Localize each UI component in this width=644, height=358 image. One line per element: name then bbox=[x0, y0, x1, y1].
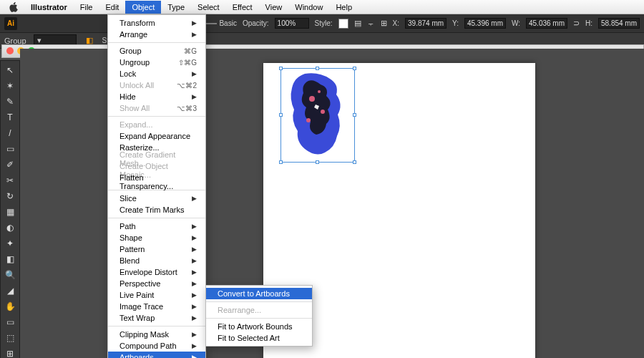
menu-item-transform[interactable]: Transform▶ bbox=[108, 17, 205, 29]
menu-item-group[interactable]: Group⌘G bbox=[108, 45, 205, 57]
tool-9[interactable]: ▦ bbox=[1, 204, 19, 220]
menubar-file[interactable]: File bbox=[74, 1, 99, 14]
toolbox: ↖✶✎T/▭✐✂↻▦◐✦◧🔍◢✋▭⬚⊞◫⬛⬜ bbox=[0, 60, 20, 358]
menu-item-clipping-mask[interactable]: Clipping Mask▶ bbox=[108, 329, 205, 340]
submenu-arrow-icon: ▶ bbox=[192, 70, 197, 77]
tool-6[interactable]: ✐ bbox=[1, 157, 19, 173]
x-input[interactable] bbox=[405, 18, 447, 29]
resize-handle-t[interactable] bbox=[316, 67, 319, 70]
tool-7[interactable]: ✂ bbox=[1, 173, 19, 188]
menu-item-path[interactable]: Path▶ bbox=[108, 221, 205, 232]
menubar-effect[interactable]: Effect bbox=[226, 1, 259, 14]
object-menu-dropdown: Transform▶Arrange▶Group⌘GUngroup⇧⌘GLock▶… bbox=[107, 14, 206, 358]
tool-12[interactable]: ◧ bbox=[1, 251, 19, 267]
menu-item-envelope-distort[interactable]: Envelope Distort▶ bbox=[108, 266, 205, 278]
tool-0[interactable]: ↖ bbox=[1, 62, 19, 78]
menu-item-text-wrap[interactable]: Text Wrap▶ bbox=[108, 312, 205, 324]
menu-item-flatten-transparency-[interactable]: Flatten Transparency... bbox=[108, 176, 205, 188]
apple-icon[interactable] bbox=[9, 2, 19, 12]
submenu-arrow-icon: ▶ bbox=[192, 280, 197, 287]
y-input[interactable] bbox=[464, 18, 506, 29]
submenu-arrow-icon: ▶ bbox=[192, 331, 197, 338]
submenu-arrow-icon: ▶ bbox=[192, 342, 197, 349]
transform-icon[interactable]: ⊞ bbox=[381, 19, 387, 28]
menu-item-show-all: Show All⌥⌘3 bbox=[108, 102, 205, 114]
menu-item-artboards[interactable]: Artboards▶ bbox=[108, 352, 205, 358]
resize-handle-b[interactable] bbox=[316, 160, 319, 164]
submenu-arrow-icon: ▶ bbox=[192, 195, 197, 202]
tool-10[interactable]: ◐ bbox=[1, 220, 19, 236]
menubar-view[interactable]: View bbox=[259, 1, 289, 14]
menubar-edit[interactable]: Edit bbox=[99, 1, 125, 14]
tool-13[interactable]: 🔍 bbox=[1, 267, 19, 283]
tool-5[interactable]: ▭ bbox=[1, 141, 19, 157]
resize-handle-l[interactable] bbox=[279, 113, 283, 117]
menu-item-hide[interactable]: Hide▶ bbox=[108, 91, 205, 102]
menu-item-blend[interactable]: Blend▶ bbox=[108, 255, 205, 266]
menubar-type[interactable]: Type bbox=[161, 1, 191, 14]
menu-item-lock[interactable]: Lock▶ bbox=[108, 68, 205, 79]
tool-11[interactable]: ✦ bbox=[1, 236, 19, 251]
menu-item-expand-appearance[interactable]: Expand Appearance bbox=[108, 130, 205, 142]
submenu-arrow-icon: ▶ bbox=[192, 234, 197, 241]
submenu-item-fit-to-artwork-bounds[interactable]: Fit to Artwork Bounds bbox=[206, 321, 312, 332]
tool-16[interactable]: ▭ bbox=[1, 314, 19, 330]
menubar-object[interactable]: Object bbox=[125, 1, 161, 14]
menu-item-live-paint[interactable]: Live Paint▶ bbox=[108, 289, 205, 301]
style-swatch[interactable] bbox=[338, 19, 348, 29]
tool-4[interactable]: / bbox=[1, 125, 19, 141]
tool-1[interactable]: ✶ bbox=[1, 78, 19, 94]
align-icon[interactable]: ⫟ bbox=[367, 19, 375, 28]
submenu-arrow-icon: ▶ bbox=[192, 314, 197, 321]
link-icon[interactable]: ⊃ bbox=[573, 19, 580, 28]
menu-item-compound-path[interactable]: Compound Path▶ bbox=[108, 340, 205, 352]
tool-17[interactable]: ⬚ bbox=[1, 330, 19, 346]
menu-item-image-trace[interactable]: Image Trace▶ bbox=[108, 301, 205, 312]
menu-item-slice[interactable]: Slice▶ bbox=[108, 193, 205, 204]
tool-15[interactable]: ✋ bbox=[1, 299, 19, 314]
artboards-submenu: Convert to ArtboardsRearrange...Fit to A… bbox=[205, 285, 313, 347]
tool-18[interactable]: ⊞ bbox=[1, 346, 19, 358]
submenu-arrow-icon: ▶ bbox=[192, 19, 197, 26]
close-icon[interactable] bbox=[6, 47, 14, 54]
resize-handle-br[interactable] bbox=[353, 160, 356, 164]
menubar-help[interactable]: Help bbox=[329, 1, 358, 14]
menu-item-expand-: Expand... bbox=[108, 119, 205, 130]
w-label: W: bbox=[512, 19, 520, 27]
submenu-arrow-icon: ▶ bbox=[192, 354, 197, 358]
submenu-arrow-icon: ▶ bbox=[192, 93, 197, 100]
h-input[interactable] bbox=[598, 18, 640, 29]
opacity-input[interactable] bbox=[275, 18, 309, 29]
document-setup-icon[interactable]: ▤ bbox=[354, 19, 361, 28]
x-label: X: bbox=[393, 19, 399, 27]
opacity-label: Opacity: bbox=[243, 19, 269, 27]
resize-handle-r[interactable] bbox=[353, 113, 356, 117]
tool-2[interactable]: ✎ bbox=[1, 94, 19, 110]
submenu-arrow-icon: ▶ bbox=[192, 223, 197, 230]
menu-item-unlock-all: Unlock All⌥⌘2 bbox=[108, 79, 205, 91]
menu-item-shape[interactable]: Shape▶ bbox=[108, 232, 205, 243]
illustrator-logo-icon: Ai bbox=[4, 17, 17, 30]
menubar-select[interactable]: Select bbox=[191, 1, 226, 14]
submenu-arrow-icon: ▶ bbox=[192, 268, 197, 276]
menu-item-arrange[interactable]: Arrange▶ bbox=[108, 29, 205, 40]
menu-item-ungroup[interactable]: Ungroup⇧⌘G bbox=[108, 57, 205, 68]
resize-handle-tl[interactable] bbox=[279, 67, 283, 70]
workspace: salesman_head_hurt2.svg @ 100% (RGB/Prev… bbox=[0, 49, 644, 358]
tool-3[interactable]: T bbox=[1, 110, 19, 125]
resize-handle-tr[interactable] bbox=[353, 67, 356, 70]
submenu-arrow-icon: ▶ bbox=[192, 303, 197, 310]
resize-handle-bl[interactable] bbox=[279, 160, 283, 164]
selection-type-label: Group bbox=[4, 37, 26, 45]
selection-bounds[interactable] bbox=[280, 68, 355, 163]
menubar-window[interactable]: Window bbox=[288, 1, 329, 14]
submenu-item-convert-to-artboards[interactable]: Convert to Artboards bbox=[206, 288, 312, 299]
menu-item-create-trim-marks[interactable]: Create Trim Marks bbox=[108, 204, 205, 216]
tool-8[interactable]: ↻ bbox=[1, 188, 19, 204]
menu-item-perspective[interactable]: Perspective▶ bbox=[108, 278, 205, 289]
submenu-item-fit-to-selected-art[interactable]: Fit to Selected Art bbox=[206, 332, 312, 344]
menu-item-pattern[interactable]: Pattern▶ bbox=[108, 243, 205, 255]
menubar-app[interactable]: Illustrator bbox=[24, 1, 74, 14]
tool-14[interactable]: ◢ bbox=[1, 283, 19, 299]
w-input[interactable] bbox=[526, 18, 567, 29]
